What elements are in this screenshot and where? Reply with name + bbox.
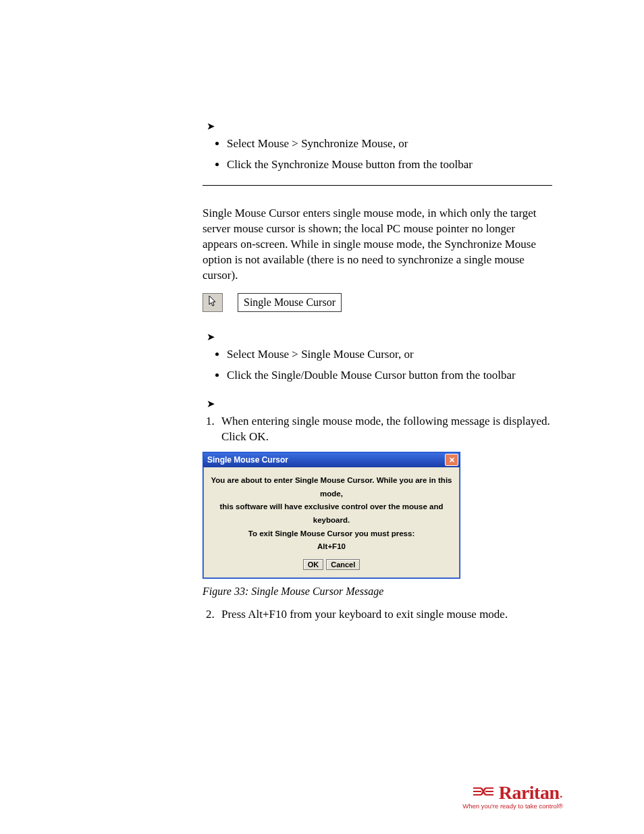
dialog-title: Single Mouse Cursor: [207, 455, 288, 465]
logo-brand-text: Raritan: [499, 782, 560, 804]
bullet-item: Select Mouse > Synchronize Mouse, or: [227, 136, 552, 152]
bullet-list-2: Select Mouse > Single Mouse Cursor, or C…: [203, 347, 552, 384]
arrow-marker-1: ➤: [207, 120, 552, 132]
single-mouse-cursor-toolbar-button[interactable]: [203, 293, 223, 312]
dialog-text-line: Alt+F10: [210, 540, 453, 554]
numbered-list-cont: Press Alt+F10 from your keyboard to exit…: [203, 607, 552, 623]
ok-button[interactable]: OK: [303, 559, 324, 570]
bullet-list-1: Select Mouse > Synchronize Mouse, or Cli…: [203, 136, 552, 173]
close-button[interactable]: ✕: [445, 454, 458, 466]
close-icon: ✕: [449, 457, 455, 464]
divider: [203, 185, 552, 186]
dialog-text-line: To exit Single Mouse Cursor you must pre…: [210, 527, 453, 541]
paragraph-single-mouse-cursor: Single Mouse Cursor enters single mouse …: [203, 206, 552, 284]
raritan-glyph-icon: [472, 784, 495, 802]
dialog-body: You are about to enter Single Mouse Curs…: [203, 467, 460, 577]
dialog-titlebar: Single Mouse Cursor ✕: [203, 452, 460, 467]
step-2: Press Alt+F10 from your keyboard to exit…: [217, 607, 552, 623]
step-1: When entering single mouse mode, the fol…: [217, 414, 552, 445]
bullet-item: Click the Synchronize Mouse button from …: [227, 157, 552, 173]
cursor-icon: [208, 295, 217, 310]
bullet-item: Click the Single/Double Mouse Cursor but…: [227, 368, 552, 384]
single-mouse-cursor-dialog: Single Mouse Cursor ✕ You are about to e…: [203, 452, 460, 578]
logo-dot: .: [560, 784, 564, 802]
icon-caption-text: Single Mouse Cursor: [244, 296, 336, 309]
dialog-text-line: You are about to enter Single Mouse Curs…: [210, 474, 453, 500]
logo-main: Raritan.: [462, 782, 563, 804]
content-area: ➤ Select Mouse > Synchronize Mouse, or C…: [203, 120, 552, 629]
arrow-marker-3: ➤: [207, 398, 552, 410]
cancel-button[interactable]: Cancel: [326, 559, 360, 570]
logo-tagline: When you're ready to take control®: [462, 802, 563, 810]
numbered-list: When entering single mouse mode, the fol…: [203, 414, 552, 445]
bullet-item: Select Mouse > Single Mouse Cursor, or: [227, 347, 552, 363]
icon-example-row: Single Mouse Cursor: [203, 293, 552, 312]
footer-logo: Raritan. When you're ready to take contr…: [462, 782, 563, 810]
figure-caption: Figure 33: Single Mouse Cursor Message: [203, 585, 552, 598]
icon-caption-box: Single Mouse Cursor: [238, 293, 342, 312]
page-container: ➤ Select Mouse > Synchronize Mouse, or C…: [0, 0, 644, 834]
dialog-text-line: this software will have exclusive contro…: [210, 500, 453, 527]
arrow-marker-2: ➤: [207, 331, 552, 343]
dialog-button-row: OK Cancel: [210, 559, 453, 570]
